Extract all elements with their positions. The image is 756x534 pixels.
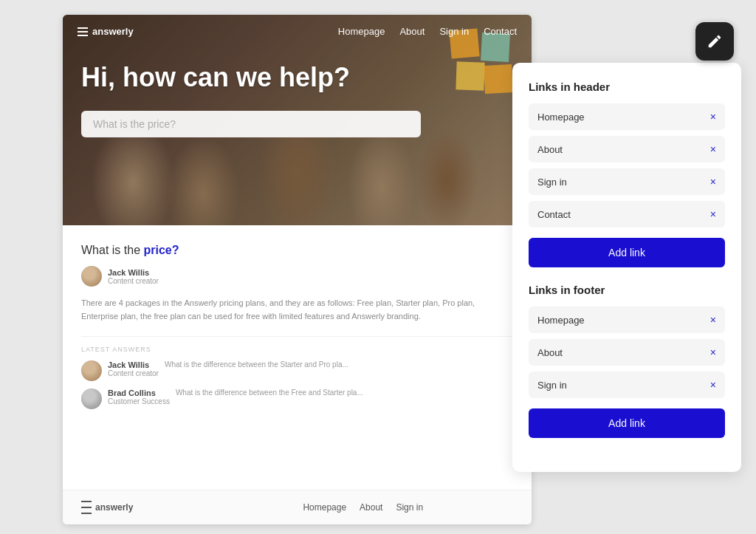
question-highlight: price? xyxy=(143,244,179,256)
footer-link-label-1: About xyxy=(537,347,563,358)
preview-footer: answerly Homepage About Sign in xyxy=(63,490,532,524)
content-author-name: Jack Willis xyxy=(108,268,159,277)
edit-fab-button[interactable] xyxy=(695,22,734,61)
latest-answers: LATEST ANSWERS Jack Willis Content creat… xyxy=(81,336,513,409)
answer-avatar-1 xyxy=(81,388,102,409)
header-link-item-3[interactable]: Contact × xyxy=(529,201,725,227)
answer-text-0: What is the difference between the Start… xyxy=(165,360,348,369)
answer-text-1: What is the difference between the Free … xyxy=(176,388,363,397)
footer-link-signin[interactable]: Sign in xyxy=(396,502,423,513)
header-link-label-2: Sign in xyxy=(537,177,567,188)
footer-link-item-1[interactable]: About × xyxy=(529,339,725,366)
header-link-close-1[interactable]: × xyxy=(710,143,716,155)
header-link-close-2[interactable]: × xyxy=(710,176,716,188)
footer-logo-text: answerly xyxy=(95,502,133,513)
sticky-note-4 xyxy=(484,64,513,94)
header-link-item-0[interactable]: Homepage × xyxy=(529,103,725,130)
sticky-note-3 xyxy=(456,61,484,90)
nav-link-contact[interactable]: Contact xyxy=(484,26,517,37)
answer-author-name-1: Brad Collins xyxy=(108,388,170,397)
footer-link-about[interactable]: About xyxy=(360,502,382,513)
header-link-item-2[interactable]: Sign in × xyxy=(529,168,725,195)
header-link-close-3[interactable]: × xyxy=(710,208,716,220)
pencil-icon xyxy=(707,33,723,49)
hero-search[interactable]: What is the price? xyxy=(81,111,421,137)
answer-row-0: Jack Willis Content creator What is the … xyxy=(81,360,513,381)
content-author-role: Content creator xyxy=(108,277,159,285)
page-wrapper: answerly Homepage About Sign in Contact … xyxy=(0,0,756,534)
footer-link-label-2: Sign in xyxy=(537,380,567,391)
content-author-row: Jack Willis Content creator xyxy=(81,266,513,287)
panel-header-section-title: Links in header xyxy=(529,81,725,93)
content-author-avatar xyxy=(81,266,102,287)
hero-title: Hi, how can we help? xyxy=(81,63,421,92)
footer-link-label-0: Homepage xyxy=(537,315,585,326)
header-link-label-0: Homepage xyxy=(537,112,585,123)
header-link-label-3: Contact xyxy=(537,209,571,220)
header-link-close-0[interactable]: × xyxy=(710,111,716,123)
header-logo: answerly xyxy=(78,26,134,37)
panel-footer-section-title: Links in footer xyxy=(529,284,725,296)
answer-author-info-0: Jack Willis Content creator xyxy=(108,360,159,377)
content-body: There are 4 packages in the Answerly pri… xyxy=(81,297,513,323)
header-nav: answerly Homepage About Sign in Contact xyxy=(63,15,532,48)
answer-author-info-1: Brad Collins Customer Success xyxy=(108,388,170,405)
nav-link-signin[interactable]: Sign in xyxy=(439,26,469,37)
header-link-item-1[interactable]: About × xyxy=(529,136,725,162)
content-question: What is the price? xyxy=(81,244,513,257)
footer-link-item-0[interactable]: Homepage × xyxy=(529,307,725,333)
nav-link-homepage[interactable]: Homepage xyxy=(338,26,385,37)
footer-link-close-2[interactable]: × xyxy=(710,379,716,391)
logo-text: answerly xyxy=(92,26,134,37)
answer-avatar-0 xyxy=(81,360,102,381)
footer-link-close-0[interactable]: × xyxy=(710,314,716,326)
header-nav-links: Homepage About Sign in Contact xyxy=(338,26,517,37)
content-section: What is the price? Jack Willis Content c… xyxy=(63,225,532,431)
add-header-link-button[interactable]: Add link xyxy=(529,238,725,267)
hero-content: Hi, how can we help? What is the price? xyxy=(81,63,421,137)
answer-author-role-0: Content creator xyxy=(108,369,159,377)
footer-hamburger-icon xyxy=(81,501,92,514)
answer-author-name-0: Jack Willis xyxy=(108,360,159,369)
content-author-info: Jack Willis Content creator xyxy=(108,268,159,285)
answer-row-1: Brad Collins Customer Success What is th… xyxy=(81,388,513,409)
hero-section: answerly Homepage About Sign in Contact … xyxy=(63,15,532,225)
footer-link-homepage[interactable]: Homepage xyxy=(303,502,346,513)
add-footer-link-button[interactable]: Add link xyxy=(529,408,725,438)
footer-link-close-1[interactable]: × xyxy=(710,346,716,358)
footer-link-item-2[interactable]: Sign in × xyxy=(529,372,725,398)
answer-author-role-1: Customer Success xyxy=(108,397,170,405)
header-link-label-1: About xyxy=(537,144,563,155)
footer-nav: Homepage About Sign in xyxy=(303,502,423,513)
right-panel: Links in header Homepage × About × Sign … xyxy=(512,63,741,472)
hamburger-icon xyxy=(78,27,88,36)
nav-link-about[interactable]: About xyxy=(399,26,425,37)
footer-logo: answerly xyxy=(81,501,133,514)
preview-container: answerly Homepage About Sign in Contact … xyxy=(63,15,532,524)
latest-answers-label: LATEST ANSWERS xyxy=(81,346,513,353)
